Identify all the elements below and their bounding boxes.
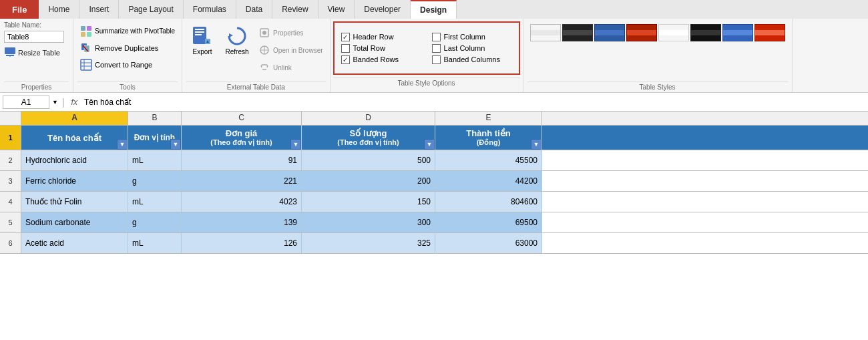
cell-3-d[interactable]: 200 bbox=[302, 171, 435, 191]
header-cell-c[interactable]: Đơn giá (Theo đơn vị tính) ▼ bbox=[182, 126, 302, 150]
svg-rect-10 bbox=[81, 59, 91, 70]
cell-6-c[interactable]: 126 bbox=[182, 233, 302, 253]
header-cell-d[interactable]: Số lượng (Theo đơn vị tính) ▼ bbox=[302, 126, 435, 150]
cell-4-b[interactable]: mL bbox=[128, 192, 182, 212]
first-column-checkbox[interactable] bbox=[432, 33, 441, 41]
cell-5-a[interactable]: Sodium carbonate bbox=[21, 212, 128, 232]
swatch-red-1[interactable] bbox=[626, 24, 657, 41]
tab-home[interactable]: Home bbox=[39, 0, 79, 19]
col-header-a[interactable]: A bbox=[21, 112, 128, 125]
cell-2-d[interactable]: 500 bbox=[302, 150, 435, 170]
total-row-option[interactable]: Total Row bbox=[341, 44, 421, 53]
header-cell-e[interactable]: Thành tiền (Đồng) ▼ bbox=[435, 126, 542, 150]
cell-4-e[interactable]: 804600 bbox=[435, 192, 542, 212]
nav-tabs: Home Insert Page Layout Formulas Data Re… bbox=[39, 0, 868, 19]
cell-3-b[interactable]: g bbox=[128, 171, 182, 191]
file-tab[interactable]: File bbox=[0, 0, 39, 19]
banded-columns-option[interactable]: Banded Columns bbox=[432, 55, 512, 64]
properties-btn[interactable]: Properties bbox=[256, 25, 325, 40]
dropdown-d[interactable]: ▼ bbox=[424, 139, 435, 150]
convert-to-range-btn[interactable]: Convert to Range bbox=[77, 57, 155, 72]
swatch-dark-2[interactable] bbox=[690, 24, 721, 41]
formula-input[interactable] bbox=[83, 96, 865, 108]
cell-2-e[interactable]: 45500 bbox=[435, 150, 542, 170]
swatch-accent-1[interactable] bbox=[754, 24, 785, 41]
banded-rows-option[interactable]: Banded Rows bbox=[341, 55, 421, 64]
tools-group-label: Tools bbox=[77, 81, 178, 91]
style-options-row1: Header Row First Column bbox=[341, 33, 512, 41]
swatch-light-1[interactable] bbox=[530, 24, 561, 41]
svg-rect-16 bbox=[195, 31, 204, 33]
pivot-icon bbox=[80, 25, 92, 37]
svg-marker-20 bbox=[229, 33, 233, 37]
tab-developer[interactable]: Developer bbox=[355, 0, 411, 19]
tab-view[interactable]: View bbox=[318, 0, 355, 19]
summarize-pivot-btn[interactable]: Summarize with PivotTable bbox=[77, 24, 178, 39]
col-header-e[interactable]: E bbox=[435, 112, 542, 125]
header-cell-b[interactable]: Đơn vị tính ▼ bbox=[128, 126, 182, 150]
last-column-checkbox[interactable] bbox=[432, 44, 441, 53]
resize-icon bbox=[4, 47, 16, 59]
swatch-light-2[interactable] bbox=[658, 24, 689, 41]
export-btn[interactable]: Export bbox=[186, 21, 218, 58]
remove-duplicates-btn[interactable]: Remove Duplicates bbox=[77, 41, 161, 55]
cell-reference[interactable] bbox=[3, 96, 49, 109]
ribbon-group-external: Export Refresh bbox=[182, 19, 330, 92]
title-bar: File Home Insert Page Layout Formulas Da… bbox=[0, 0, 868, 19]
cell-4-a[interactable]: Thuốc thử Folin bbox=[21, 192, 128, 212]
cell-2-b[interactable]: mL bbox=[128, 150, 182, 170]
swatch-blue-1[interactable] bbox=[594, 24, 625, 41]
col-headers-row: A B C D E bbox=[0, 112, 868, 126]
tab-data[interactable]: Data bbox=[236, 0, 272, 19]
dropdown-a[interactable]: ▼ bbox=[117, 139, 128, 150]
spreadsheet-container: A B C D E 1 Tên hóa chất ▼ Đơn vị tính ▼… bbox=[0, 112, 868, 254]
refresh-btn[interactable]: Refresh bbox=[221, 21, 253, 58]
cell-6-b[interactable]: mL bbox=[128, 233, 182, 253]
cell-5-e[interactable]: 69500 bbox=[435, 212, 542, 232]
banded-columns-checkbox[interactable] bbox=[432, 55, 441, 64]
last-column-option[interactable]: Last Column bbox=[432, 44, 512, 53]
col-header-c[interactable]: C bbox=[182, 112, 302, 125]
total-row-checkbox[interactable] bbox=[341, 44, 350, 53]
table-row: 2 Hydrochloric acid mL 91 500 45500 bbox=[0, 150, 868, 171]
cell-6-e[interactable]: 63000 bbox=[435, 233, 542, 253]
swatch-dark-1[interactable] bbox=[562, 24, 593, 41]
first-column-option[interactable]: First Column bbox=[432, 33, 512, 41]
tab-insert[interactable]: Insert bbox=[79, 0, 119, 19]
cell-4-d[interactable]: 150 bbox=[302, 192, 435, 212]
dropdown-e[interactable]: ▼ bbox=[531, 139, 541, 150]
cell-3-a[interactable]: Ferric chloride bbox=[21, 171, 128, 191]
header-row-checkbox[interactable] bbox=[341, 33, 350, 41]
cell-2-a[interactable]: Hydrochloric acid bbox=[21, 150, 128, 170]
dropdown-b[interactable]: ▼ bbox=[170, 139, 181, 150]
cell-3-e[interactable]: 44200 bbox=[435, 171, 542, 191]
col-header-b[interactable]: B bbox=[128, 112, 182, 125]
cell-3-c[interactable]: 221 bbox=[182, 171, 302, 191]
tab-design[interactable]: Design bbox=[411, 0, 457, 19]
open-browser-btn[interactable]: Open in Browser bbox=[256, 43, 325, 57]
swatch-blue-2[interactable] bbox=[722, 24, 753, 41]
col-header-d[interactable]: D bbox=[302, 112, 435, 125]
svg-rect-4 bbox=[87, 26, 91, 31]
cell-5-b[interactable]: g bbox=[128, 212, 182, 232]
cell-4-c[interactable]: 4023 bbox=[182, 192, 302, 212]
header-row-option[interactable]: Header Row bbox=[341, 33, 421, 41]
tab-page-layout[interactable]: Page Layout bbox=[119, 0, 183, 19]
dropdown-icon[interactable]: ▼ bbox=[52, 99, 58, 106]
cell-2-c[interactable]: 91 bbox=[182, 150, 302, 170]
unlink-btn[interactable]: Unlink bbox=[256, 60, 325, 75]
cell-5-c[interactable]: 139 bbox=[182, 212, 302, 232]
unlink-icon bbox=[258, 61, 270, 73]
table-name-input[interactable] bbox=[4, 31, 64, 43]
table-row: 6 Acetic acid mL 126 325 63000 bbox=[0, 233, 868, 254]
header-cell-a[interactable]: Tên hóa chất ▼ bbox=[21, 126, 128, 150]
cell-6-a[interactable]: Acetic acid bbox=[21, 233, 128, 253]
dropdown-c[interactable]: ▼ bbox=[290, 139, 301, 150]
cell-5-d[interactable]: 300 bbox=[302, 212, 435, 232]
banded-rows-checkbox[interactable] bbox=[341, 55, 350, 64]
resize-table-btn[interactable]: Resize Table bbox=[4, 47, 60, 59]
properties-group-label: Properties bbox=[4, 81, 69, 91]
tab-formulas[interactable]: Formulas bbox=[184, 0, 236, 19]
tab-review[interactable]: Review bbox=[272, 0, 318, 19]
cell-6-d[interactable]: 325 bbox=[302, 233, 435, 253]
